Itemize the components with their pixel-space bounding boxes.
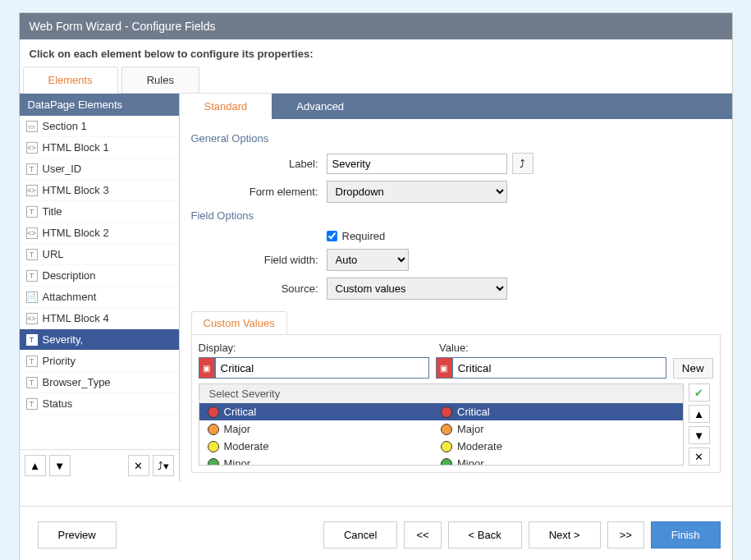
back-button[interactable]: < Back xyxy=(448,521,522,549)
sidebar-item-label: HTML Block 1 xyxy=(43,141,109,154)
sidebar-item-priority[interactable]: TPriority xyxy=(20,351,179,372)
sidebar-item-attachment[interactable]: 📄Attachment xyxy=(20,287,179,308)
field-type-icon: <> xyxy=(26,142,38,154)
sidebar-item-user-id[interactable]: TUser_ID xyxy=(20,158,179,180)
required-label: Required xyxy=(342,230,386,242)
sidebar-item-url[interactable]: TURL xyxy=(20,244,179,265)
element-list[interactable]: ↖ ▭Section 1<>HTML Block 1TUser_ID<>HTML… xyxy=(20,116,179,449)
tab-rules[interactable]: Rules xyxy=(121,67,199,93)
cv-display: Major xyxy=(224,423,251,435)
sidebar-item-label: User_ID xyxy=(43,163,82,175)
general-options-header: General Options xyxy=(191,132,721,145)
sidebar: DataPage Elements ↖ ▭Section 1<>HTML Blo… xyxy=(20,94,180,481)
sidebar-item-label: HTML Block 3 xyxy=(43,184,109,196)
delete-button[interactable]: ✕ xyxy=(128,455,149,476)
cv-display: Critical xyxy=(224,406,257,418)
form-element-label: Form element: xyxy=(191,186,327,198)
severity-dot-icon xyxy=(441,458,452,466)
sidebar-item-title[interactable]: TTitle xyxy=(20,201,179,223)
value-prefix-icon: ▣ xyxy=(436,357,452,379)
cv-accept-button[interactable]: ✔ xyxy=(689,383,710,402)
sidebar-item-label: Status xyxy=(43,397,73,410)
sidebar-item-label: Description xyxy=(43,269,96,282)
field-type-icon: T xyxy=(26,398,38,410)
cv-row[interactable]: CriticalCritical xyxy=(199,403,683,420)
sidebar-item-status[interactable]: TStatus xyxy=(20,393,179,415)
field-type-icon: T xyxy=(26,163,38,175)
sidebar-item-html-block-1[interactable]: <>HTML Block 1 xyxy=(20,137,179,158)
finish-button[interactable]: Finish xyxy=(651,521,721,549)
custom-values-tab[interactable]: Custom Values xyxy=(191,311,287,335)
display-input[interactable] xyxy=(215,357,429,379)
sidebar-item-label: URL xyxy=(43,248,64,260)
cv-row[interactable]: MajorMajor xyxy=(199,420,683,438)
label-input[interactable] xyxy=(327,154,507,174)
sidebar-header: DataPage Elements xyxy=(20,94,179,116)
insert-button[interactable]: ⤴▾ xyxy=(153,455,174,476)
cv-display: Moderate xyxy=(224,440,269,452)
config-panel: Standard Advanced General Options Label:… xyxy=(180,94,732,481)
form-element-select[interactable]: Dropdown xyxy=(327,181,507,203)
cv-delete-button[interactable]: ✕ xyxy=(689,448,710,466)
severity-dot-icon xyxy=(441,441,452,452)
main-tabs: Elements Rules xyxy=(20,67,732,94)
last-button[interactable]: >> xyxy=(607,521,644,549)
source-select[interactable]: Custom values xyxy=(327,278,507,300)
sidebar-item-label: Priority xyxy=(43,355,76,367)
field-type-icon: ▭ xyxy=(26,121,38,132)
value-input[interactable] xyxy=(452,357,666,379)
sidebar-item-label: Severity, xyxy=(43,333,84,346)
tab-elements[interactable]: Elements xyxy=(23,67,118,94)
cv-row[interactable]: MinorMinor xyxy=(199,455,683,466)
sidebar-item-browser-type[interactable]: TBrowser_Type xyxy=(20,372,179,393)
config-tabs: Standard Advanced xyxy=(180,94,732,119)
next-button[interactable]: Next > xyxy=(529,521,601,549)
label-label: Label: xyxy=(191,158,327,170)
field-type-icon: T xyxy=(26,249,38,260)
field-options-header: Field Options xyxy=(191,209,721,222)
sidebar-item-label: Browser_Type xyxy=(43,376,111,388)
cv-value: Minor xyxy=(457,457,484,466)
preview-button[interactable]: Preview xyxy=(38,521,117,549)
field-type-icon: <> xyxy=(26,313,38,324)
sidebar-item-html-block-4[interactable]: <>HTML Block 4 xyxy=(20,308,179,329)
sidebar-item-label: Title xyxy=(43,205,62,218)
wizard-window: Web Form Wizard - Configure Fields Click… xyxy=(19,12,733,560)
label-lang-button[interactable]: ⤴ xyxy=(512,153,533,174)
tab-advanced[interactable]: Advanced xyxy=(272,94,369,119)
required-checkbox[interactable] xyxy=(327,231,337,241)
field-width-label: Field width: xyxy=(191,254,327,266)
sidebar-item-section-1[interactable]: ▭Section 1 xyxy=(20,116,179,137)
severity-dot-icon xyxy=(208,441,219,452)
first-button[interactable]: << xyxy=(404,521,441,549)
new-button[interactable]: New xyxy=(673,358,713,379)
sidebar-item-html-block-3[interactable]: <>HTML Block 3 xyxy=(20,180,179,201)
cancel-button[interactable]: Cancel xyxy=(323,521,397,549)
sidebar-item-description[interactable]: TDescription xyxy=(20,265,179,287)
sidebar-item-html-block-2[interactable]: <>HTML Block 2 xyxy=(20,223,179,244)
severity-dot-icon xyxy=(208,406,219,418)
move-up-button[interactable]: ▲ xyxy=(25,455,46,476)
custom-values-list[interactable]: Select Severity CriticalCriticalMajorMaj… xyxy=(199,383,684,466)
field-type-icon: T xyxy=(26,270,38,282)
source-label: Source: xyxy=(191,282,327,295)
sidebar-toolbar: ▲ ▼ ✕ ⤴▾ xyxy=(20,449,179,481)
value-header: Value: xyxy=(439,342,680,357)
field-type-icon: <> xyxy=(26,227,38,239)
cv-value: Major xyxy=(457,423,484,435)
move-down-button[interactable]: ▼ xyxy=(49,455,71,476)
field-width-select[interactable]: Auto xyxy=(327,249,409,271)
cv-row[interactable]: ModerateModerate xyxy=(199,438,683,455)
cv-up-button[interactable]: ▲ xyxy=(689,405,710,423)
cv-down-button[interactable]: ▼ xyxy=(689,426,710,444)
field-type-icon: 📄 xyxy=(26,291,38,303)
sidebar-item-label: Attachment xyxy=(43,291,97,303)
severity-dot-icon xyxy=(208,458,219,466)
field-type-icon: <> xyxy=(26,185,38,196)
custom-values-area: Display: Value: ▣ ▣ New Select Severity … xyxy=(191,334,721,473)
cv-display: Minor xyxy=(224,457,251,466)
sidebar-item-severity-[interactable]: TSeverity, xyxy=(20,329,179,351)
tab-standard[interactable]: Standard xyxy=(180,94,272,119)
field-type-icon: T xyxy=(26,377,38,388)
field-type-icon: T xyxy=(26,206,38,218)
